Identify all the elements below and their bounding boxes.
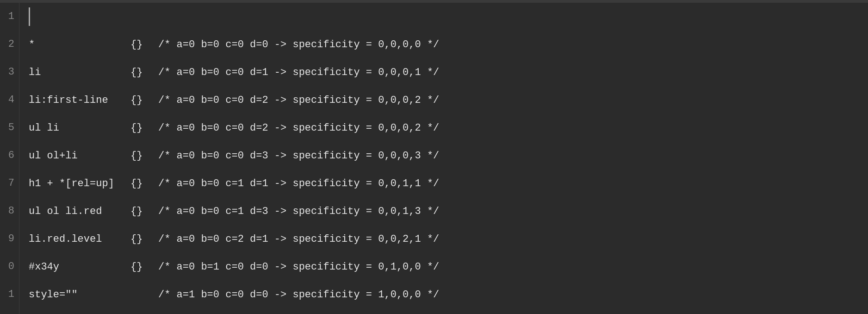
comment-4: /* a=0 b=0 c=0 d=2 -> specificity = 0,0,… bbox=[158, 94, 439, 106]
editor-container: 1 2 3 4 5 6 7 8 9 0 1 * {} /* a=0 b=0 c=… bbox=[0, 0, 868, 314]
selector-ul-ol-li: ul ol+li bbox=[29, 150, 130, 162]
line-number-11: 1 bbox=[0, 281, 19, 308]
code-line-3: li {} /* a=0 b=0 c=0 d=1 -> specificity … bbox=[29, 58, 868, 86]
line-number-5: 5 bbox=[0, 114, 19, 142]
code-line-1 bbox=[29, 3, 868, 31]
braces-9: {} bbox=[130, 233, 149, 245]
braces-4: {} bbox=[130, 94, 149, 106]
line-number-9: 9 bbox=[0, 225, 19, 253]
braces-10: {} bbox=[130, 261, 149, 273]
cursor bbox=[29, 7, 30, 26]
braces-8: {} bbox=[130, 206, 149, 217]
comment-6: /* a=0 b=0 c=0 d=3 -> specificity = 0,0,… bbox=[158, 150, 439, 162]
code-line-8: ul ol li.red {} /* a=0 b=0 c=1 d=3 -> sp… bbox=[29, 197, 868, 225]
braces-6: {} bbox=[130, 150, 149, 162]
comment-7: /* a=0 b=0 c=1 d=1 -> specificity = 0,0,… bbox=[158, 178, 439, 189]
code-line-9: li.red.level {} /* a=0 b=0 c=2 d=1 -> sp… bbox=[29, 225, 868, 253]
code-line-4: li:first-line {} /* a=0 b=0 c=0 d=2 -> s… bbox=[29, 86, 868, 114]
comment-8: /* a=0 b=0 c=1 d=3 -> specificity = 0,0,… bbox=[158, 206, 439, 217]
code-area: * {} /* a=0 b=0 c=0 d=0 -> specificity =… bbox=[19, 3, 868, 314]
selector-li-red-level: li.red.level bbox=[29, 233, 130, 245]
editor-body: 1 2 3 4 5 6 7 8 9 0 1 * {} /* a=0 b=0 c=… bbox=[0, 3, 868, 314]
selector-li: li bbox=[29, 67, 130, 78]
braces-5: {} bbox=[130, 122, 149, 134]
comment-3: /* a=0 b=0 c=0 d=1 -> specificity = 0,0,… bbox=[158, 67, 439, 78]
selector-x34y: #x34y bbox=[29, 261, 130, 273]
line-number-3: 3 bbox=[0, 58, 19, 86]
code-line-11: style="" /* a=1 b=0 c=0 d=0 -> specifici… bbox=[29, 281, 868, 308]
code-line-7: h1 + *[rel=up] {} /* a=0 b=0 c=1 d=1 -> … bbox=[29, 170, 868, 197]
braces-2: {} bbox=[130, 39, 149, 50]
comment-11: /* a=1 b=0 c=0 d=0 -> specificity = 1,0,… bbox=[158, 289, 439, 301]
line-number-7: 7 bbox=[0, 170, 19, 197]
line-number-6: 6 bbox=[0, 142, 19, 170]
line-number-2: 2 bbox=[0, 31, 19, 58]
braces-7: {} bbox=[130, 178, 149, 189]
comment-10: /* a=0 b=1 c=0 d=0 -> specificity = 0,1,… bbox=[158, 261, 439, 273]
code-line-5: ul li {} /* a=0 b=0 c=0 d=2 -> specifici… bbox=[29, 114, 868, 142]
top-bar bbox=[0, 0, 868, 3]
line-numbers-panel: 1 2 3 4 5 6 7 8 9 0 1 bbox=[0, 3, 19, 314]
line-number-10: 0 bbox=[0, 253, 19, 281]
selector-li-first-line: li:first-line bbox=[29, 94, 130, 106]
code-line-2: * {} /* a=0 b=0 c=0 d=0 -> specificity =… bbox=[29, 31, 868, 58]
selector-ul-ol-li-red: ul ol li.red bbox=[29, 206, 130, 217]
selector-star: * bbox=[29, 39, 130, 50]
comment-5: /* a=0 b=0 c=0 d=2 -> specificity = 0,0,… bbox=[158, 122, 439, 134]
comment-2: /* a=0 b=0 c=0 d=0 -> specificity = 0,0,… bbox=[158, 39, 439, 50]
braces-3: {} bbox=[130, 67, 149, 78]
line-number-8: 8 bbox=[0, 197, 19, 225]
code-line-10: #x34y {} /* a=0 b=1 c=0 d=0 -> specifici… bbox=[29, 253, 868, 281]
code-line-6: ul ol+li {} /* a=0 b=0 c=0 d=3 -> specif… bbox=[29, 142, 868, 170]
line-number-1: 1 bbox=[0, 3, 19, 31]
line-number-4: 4 bbox=[0, 86, 19, 114]
selector-h1-rel: h1 + *[rel=up] bbox=[29, 178, 130, 189]
selector-ul-li: ul li bbox=[29, 122, 130, 134]
comment-9: /* a=0 b=0 c=2 d=1 -> specificity = 0,0,… bbox=[158, 233, 439, 245]
selector-style: style="" bbox=[29, 289, 130, 301]
